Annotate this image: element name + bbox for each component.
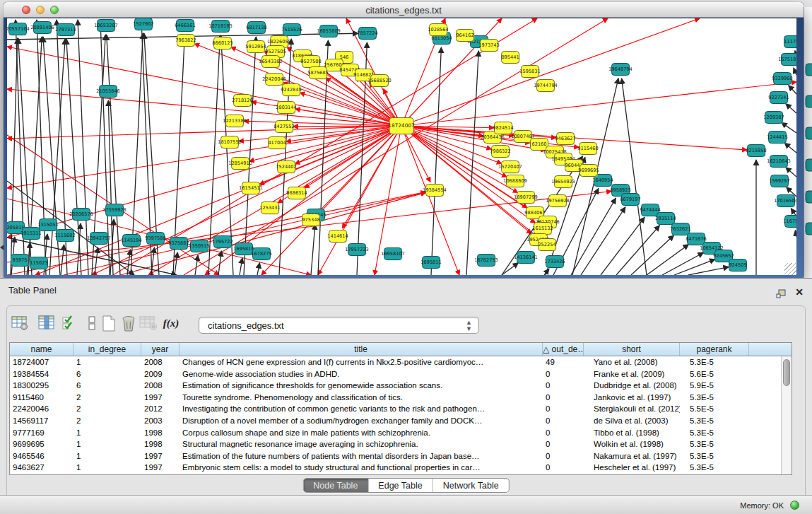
table-row[interactable]: 946554611997Estimation of the future num… bbox=[10, 450, 792, 462]
network-node[interactable]: 1733426 bbox=[544, 256, 565, 269]
table-row[interactable]: 977716911998Corpus callosum shape and si… bbox=[10, 427, 792, 439]
network-node[interactable]: 7963822 bbox=[175, 35, 196, 47]
network-node[interactable]: 1595831 bbox=[519, 66, 540, 78]
network-node[interactable]: 16053809 bbox=[317, 25, 341, 38]
network-node[interactable]: 1695811 bbox=[420, 257, 441, 269]
network-node[interactable]: 18907299 bbox=[514, 192, 538, 204]
network-node[interactable]: 1315051 bbox=[37, 219, 58, 232]
delete-table-button[interactable] bbox=[139, 315, 158, 334]
network-node[interactable]: 8215958 bbox=[746, 145, 766, 158]
network-node[interactable]: 5875685 bbox=[307, 67, 328, 80]
table-row[interactable]: 2242004622012Investigating the contribut… bbox=[10, 403, 792, 415]
network-node[interactable]: 2797313 bbox=[55, 24, 76, 37]
network-node[interactable]: 19756928 bbox=[546, 195, 570, 208]
network-node[interactable]: 3915311 bbox=[20, 228, 41, 240]
network-node[interactable]: 1414614 bbox=[327, 230, 348, 243]
network-node[interactable]: 16782753 bbox=[474, 255, 498, 267]
network-node[interactable]: 9242845 bbox=[281, 84, 301, 97]
network-node[interactable]: 93975 bbox=[11, 255, 30, 267]
network-node[interactable]: 15720407 bbox=[498, 161, 522, 174]
network-window[interactable]: citations_edges.txt 20557104208914062797… bbox=[4, 2, 804, 278]
node-table[interactable]: namein_degreeyeartitle△ out_de…shortpage… bbox=[9, 342, 792, 475]
network-node[interactable]: 17016504 bbox=[774, 195, 796, 208]
float-panel-button[interactable] bbox=[776, 288, 787, 301]
network-node[interactable]: 9397588 bbox=[145, 233, 165, 245]
create-column-button[interactable] bbox=[99, 315, 119, 334]
network-window-titlebar[interactable]: citations_edges.txt bbox=[4, 2, 804, 18]
table-row[interactable]: 1456911722003Disruption of a novel membe… bbox=[10, 415, 792, 427]
network-node[interactable]: 2718126 bbox=[232, 95, 252, 107]
vertical-scrollbar[interactable] bbox=[781, 356, 792, 474]
network-node[interactable]: 111753 bbox=[784, 36, 796, 49]
column-header-title[interactable]: title bbox=[180, 343, 543, 356]
column-header-name[interactable]: name bbox=[10, 343, 73, 356]
network-node[interactable]: 1795722 bbox=[212, 236, 233, 249]
network-node[interactable]: 8660123 bbox=[212, 37, 233, 50]
network-node[interactable]: 19384554 bbox=[423, 185, 447, 197]
network-node[interactable]: 1350515 bbox=[189, 240, 209, 253]
network-node[interactable]: 6817138 bbox=[246, 22, 266, 35]
network-node[interactable]: 1615132 bbox=[532, 223, 553, 235]
network-node[interactable]: 19648794 bbox=[608, 64, 632, 76]
network-node[interactable]: 9886314 bbox=[286, 187, 307, 200]
network-node[interactable]: 10719193 bbox=[208, 21, 233, 33]
network-node[interactable]: 18724007 bbox=[388, 118, 415, 135]
network-node[interactable]: 15688520 bbox=[367, 75, 392, 88]
network-node[interactable]: 115023 bbox=[30, 257, 48, 270]
network-node[interactable]: 16958107 bbox=[381, 248, 405, 261]
network-node[interactable]: 9329968 bbox=[772, 73, 792, 86]
network-node[interactable]: 12213389 bbox=[223, 115, 247, 128]
network-node[interactable]: 1527902 bbox=[133, 18, 153, 31]
network-node[interactable]: 16154511 bbox=[239, 182, 263, 195]
column-header-pagerank[interactable]: pagerank bbox=[680, 343, 749, 356]
column-header-short[interactable]: short bbox=[584, 343, 680, 356]
network-node[interactable]: 1145194 bbox=[121, 235, 141, 247]
network-node[interactable]: 12854910 bbox=[228, 158, 252, 170]
network-node[interactable]: 10653287 bbox=[94, 20, 118, 33]
network-node[interactable]: 7524402 bbox=[276, 161, 296, 174]
network-node[interactable]: 20891406 bbox=[30, 22, 54, 35]
network-node[interactable]: 7986322 bbox=[490, 146, 510, 158]
row-selection-button[interactable] bbox=[59, 315, 79, 334]
network-node[interactable]: 2803144 bbox=[276, 102, 296, 115]
network-node[interactable]: 14136141 bbox=[514, 252, 538, 264]
network-node[interactable]: 1244415 bbox=[767, 132, 787, 144]
network-node[interactable]: 9699695 bbox=[578, 165, 599, 177]
network-node[interactable]: 1599297 bbox=[769, 175, 789, 188]
close-panel-button[interactable]: ✕ bbox=[795, 286, 804, 298]
network-node[interactable]: 1028564 bbox=[428, 24, 448, 37]
table-select-dropdown[interactable]: citations_edges.txt ▲▼ bbox=[199, 317, 479, 334]
resize-grip[interactable] bbox=[784, 263, 796, 275]
network-node[interactable]: 10688609 bbox=[503, 175, 527, 188]
network-node[interactable]: 9527508 bbox=[300, 56, 321, 69]
column-visibility-button[interactable] bbox=[37, 315, 57, 334]
memory-indicator-button[interactable] bbox=[790, 501, 799, 510]
network-node[interactable]: 20206576 bbox=[69, 209, 93, 221]
table-settings-button[interactable] bbox=[10, 315, 30, 334]
network-canvas[interactable]: 2055710420891406279731310653287152790264… bbox=[7, 18, 796, 275]
network-node[interactable]: 9227341 bbox=[768, 92, 789, 105]
network-node[interactable]: 9463627 bbox=[555, 133, 575, 146]
network-node[interactable]: 15751874 bbox=[778, 54, 796, 66]
column-header-out_de[interactable]: △ out_de… bbox=[543, 343, 584, 356]
network-node[interactable]: 19654923 bbox=[551, 176, 575, 189]
network-node[interactable]: 21053846 bbox=[96, 86, 120, 98]
function-builder-button[interactable]: f(x) bbox=[161, 317, 181, 336]
network-node[interactable]: 20557104 bbox=[7, 23, 30, 36]
network-node[interactable]: 17359928 bbox=[102, 204, 126, 217]
network-node[interactable]: 924505 bbox=[729, 259, 747, 272]
network-node[interactable]: 1973743 bbox=[478, 40, 499, 52]
network-node[interactable]: 22420046 bbox=[262, 74, 286, 86]
network-node[interactable]: 19744794 bbox=[534, 80, 558, 93]
network-node[interactable]: 1678275 bbox=[251, 248, 271, 261]
network-node[interactable]: 1167531 bbox=[783, 216, 796, 228]
network-node[interactable]: 16210643 bbox=[767, 156, 791, 168]
network-node[interactable]: 6679197 bbox=[620, 194, 640, 206]
network-node[interactable]: 964162 bbox=[456, 30, 474, 42]
network-node[interactable]: 1253431 bbox=[259, 202, 280, 215]
network-node[interactable]: 5912954 bbox=[245, 41, 266, 54]
network-node[interactable]: 9824514 bbox=[493, 122, 513, 135]
network-node[interactable]: 975348 bbox=[302, 214, 320, 227]
network-node[interactable]: 895441 bbox=[501, 52, 519, 64]
tab-network-table[interactable]: Network Table bbox=[433, 479, 509, 492]
